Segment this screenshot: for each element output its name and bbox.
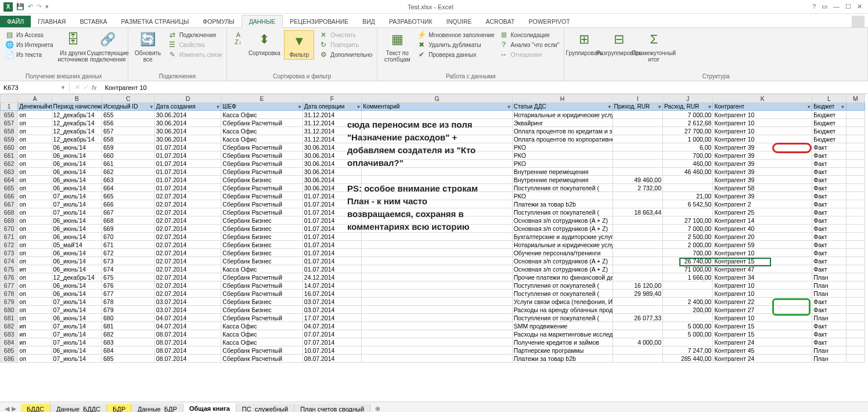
cell[interactable]: Контрагент 39 (713, 143, 812, 151)
cell[interactable]: Контрагент 39 (713, 192, 812, 200)
cell[interactable]: 02.07.2014 (154, 249, 221, 257)
cell[interactable]: Касса Офис (221, 111, 302, 119)
cell[interactable]: Касса Офис (221, 265, 302, 273)
row-header[interactable]: 1 (1, 103, 18, 111)
cell[interactable]: 12_декабрь'14 (52, 273, 102, 281)
filter-dropdown-icon[interactable]: ▼ (507, 104, 512, 110)
cell[interactable]: 7 000,00 (663, 225, 713, 233)
relationships-button[interactable]: ↔Отношения (499, 50, 560, 59)
filter-header-cell[interactable]: Денежный поток▼ (18, 103, 52, 111)
row-header[interactable]: 676 (1, 273, 18, 281)
cell[interactable] (362, 168, 512, 176)
cell[interactable]: Сбербанк Бизнес (221, 241, 302, 249)
cell[interactable]: 01.07.2014 (154, 176, 221, 184)
column-header[interactable]: B (52, 95, 102, 103)
cell[interactable] (663, 314, 713, 322)
cell[interactable]: 02.07.2014 (154, 192, 221, 200)
cell[interactable]: 02.07.2014 (154, 233, 221, 241)
cell[interactable]: Факт (812, 184, 846, 192)
table-row[interactable]: 682 ип 07_июль'14 681 04.07.2014 Касса О… (1, 322, 865, 330)
row-header[interactable]: 665 (1, 184, 18, 192)
cell[interactable]: оп (18, 314, 52, 322)
cell[interactable]: 2 000,00 (663, 241, 713, 249)
table-row[interactable]: 656 оп 12_декабрь'14 655 30.06.2014 Касс… (1, 111, 865, 119)
cell[interactable]: 674 (102, 265, 155, 273)
cell[interactable]: оп (18, 306, 52, 314)
cell[interactable] (613, 306, 662, 314)
cell[interactable]: 07_июль'14 (52, 338, 102, 346)
cell[interactable]: 12_декабрь'14 (52, 135, 102, 143)
tab-nav-first-icon[interactable]: ◀ (5, 405, 9, 412)
cell[interactable]: ип (18, 330, 52, 338)
cell[interactable]: Факт (812, 241, 846, 249)
column-header[interactable]: C (102, 95, 155, 103)
cell[interactable]: Контрагент 24 (713, 338, 812, 346)
cell[interactable]: Бюджет (812, 127, 846, 135)
cell[interactable]: Контрагент 15 (713, 330, 812, 338)
from-text-button[interactable]: 📄Из текста (5, 50, 53, 59)
cell[interactable] (613, 143, 662, 151)
cell[interactable]: 07_июль'14 (52, 306, 102, 314)
cell[interactable] (846, 225, 865, 233)
filter-header-cell[interactable]: ШЕФ▼ (221, 103, 302, 111)
cell[interactable]: оп (18, 119, 52, 127)
cell[interactable] (362, 330, 512, 338)
table-row[interactable]: 686 оп 07_июль'14 685 08.07.2014 Сбербан… (1, 355, 865, 363)
cell[interactable]: 30.06.2014 (154, 127, 221, 135)
cell[interactable] (613, 135, 662, 143)
cell[interactable]: 02.07.2014 (154, 241, 221, 249)
cell[interactable]: Сбербанк Расчетный (221, 314, 302, 322)
cell[interactable]: 31.12.2014 (302, 119, 362, 127)
cell[interactable]: 04.07.2014 (154, 322, 221, 330)
cell[interactable]: оп (18, 346, 52, 355)
cell[interactable]: Факт (812, 249, 846, 257)
cell[interactable]: 658 (102, 135, 155, 143)
cell[interactable]: 02.07.2014 (154, 225, 221, 233)
cell[interactable]: 24.12.2014 (302, 273, 362, 281)
row-header[interactable]: 658 (1, 127, 18, 135)
column-header[interactable]: K (713, 95, 812, 103)
cell[interactable] (846, 273, 865, 281)
cell[interactable]: Поступления от покупателей ( (512, 208, 613, 216)
cell[interactable] (362, 322, 512, 330)
filter-dropdown-icon[interactable]: ▼ (657, 104, 662, 110)
cell[interactable]: Сбербанк Расчетный (221, 200, 302, 208)
row-header[interactable]: 662 (1, 160, 18, 168)
cell[interactable]: 14.07.2014 (302, 281, 362, 290)
cell[interactable] (362, 216, 512, 225)
cell[interactable]: Контрагент 22 (713, 298, 812, 306)
sheet-tab-chart-accounts[interactable]: План счетов сводный (294, 404, 370, 413)
cell[interactable]: 02.07.2014 (154, 200, 221, 208)
cell[interactable] (362, 314, 512, 322)
cell[interactable]: оп (18, 233, 52, 241)
cell[interactable]: План (812, 281, 846, 290)
cell[interactable]: Сбербанк Бизнес (221, 298, 302, 306)
cell[interactable]: Касса Офис (221, 127, 302, 135)
cell[interactable] (362, 338, 512, 346)
cell[interactable]: Факт (812, 338, 846, 346)
cell[interactable]: оп (18, 298, 52, 306)
table-row[interactable]: 672 оп 05_май'14 671 02.07.2014 Сбербанк… (1, 241, 865, 249)
cell[interactable]: 02.07.2014 (154, 216, 221, 225)
cell[interactable]: Факт (812, 143, 846, 151)
cell[interactable]: Контрагент 10 (713, 290, 812, 298)
row-header[interactable]: 682 (1, 322, 18, 330)
cell[interactable] (613, 200, 662, 208)
from-web-button[interactable]: 🌐Из Интернета (5, 40, 53, 49)
cell[interactable]: Основная з/п сотрудников (A + Z) (512, 257, 613, 265)
tab-home[interactable]: ГЛАВНАЯ (31, 16, 73, 27)
cell[interactable]: 07_июль'14 (52, 322, 102, 330)
cell[interactable]: План (812, 273, 846, 281)
cell[interactable]: Нотариальные и юридические услуги (512, 111, 613, 119)
cell[interactable]: 06_июнь'14 (52, 257, 102, 265)
row-header[interactable]: 670 (1, 225, 18, 233)
column-header[interactable]: F (302, 95, 362, 103)
cell[interactable]: ип (18, 338, 52, 346)
cell[interactable]: 08.07.2014 (154, 346, 221, 355)
filter-dropdown-icon[interactable]: ▼ (96, 104, 101, 110)
cell[interactable]: 12_декабрь'14 (52, 119, 102, 127)
cell[interactable]: 06_июнь'14 (52, 216, 102, 225)
cell[interactable]: Контрагент 2 (713, 200, 812, 208)
cell[interactable]: оп (18, 216, 52, 225)
cell[interactable] (362, 225, 512, 233)
